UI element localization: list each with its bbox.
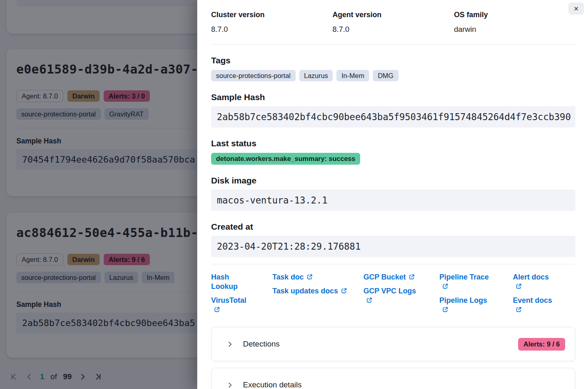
created-at-value: 2023-04-20T21:28:29.176881 bbox=[211, 236, 575, 257]
close-button[interactable]: × bbox=[568, 2, 584, 15]
link-label: Task doc bbox=[272, 273, 304, 281]
meta-os-family: OS family darwin bbox=[454, 11, 575, 34]
hash-lookup-link[interactable]: Hash Lookup bbox=[211, 273, 250, 291]
link-label: Alert docs bbox=[513, 273, 549, 281]
meta-row: Cluster version 8.7.0 Agent version 8.7.… bbox=[211, 11, 575, 34]
execution-details-label: Execution details bbox=[243, 380, 302, 389]
disk-image-value: macos-ventura-13.2.1 bbox=[211, 190, 575, 211]
link-label: Task updates docs bbox=[272, 287, 338, 295]
external-link-icon bbox=[442, 283, 448, 289]
chevron-right-icon bbox=[227, 382, 233, 388]
meta-value: 8.7.0 bbox=[211, 25, 332, 34]
created-at-heading: Created at bbox=[211, 222, 575, 232]
tag-pill: source-protections-portal bbox=[211, 70, 296, 81]
gcp-bucket-link[interactable]: GCP Bucket bbox=[363, 273, 423, 282]
external-link-icon bbox=[366, 297, 372, 303]
link-label: Event docs bbox=[513, 296, 552, 304]
sample-hash-value: 2ab58b7ce583402bf4cbc90bee643ba5f9503461… bbox=[211, 106, 575, 127]
link-label: VirusTotal bbox=[211, 296, 246, 304]
external-link-icon bbox=[442, 306, 448, 313]
virustotal-link[interactable]: VirusTotal bbox=[211, 296, 250, 315]
disk-image-heading: Disk image bbox=[211, 176, 575, 186]
gcp-vpc-logs-link[interactable]: GCP VPC Logs bbox=[363, 286, 423, 305]
tag-pill: Lazurus bbox=[299, 70, 333, 81]
external-link-icon bbox=[341, 288, 347, 294]
meta-label: OS family bbox=[454, 11, 575, 19]
meta-agent-version: Agent version 8.7.0 bbox=[332, 11, 454, 34]
task-updates-docs-link[interactable]: Task updates docs bbox=[272, 286, 350, 296]
chevron-right-icon bbox=[227, 341, 233, 347]
link-label: GCP VPC Logs bbox=[363, 287, 416, 295]
pipeline-logs-link[interactable]: Pipeline Logs bbox=[439, 296, 492, 315]
status-badge: detonate.workers.make_summary: success bbox=[211, 153, 360, 165]
alerts-badge: Alerts: 9 / 6 bbox=[518, 338, 565, 351]
execution-details-accordion[interactable]: Execution details bbox=[211, 368, 575, 389]
divider bbox=[211, 264, 575, 264]
detections-accordion[interactable]: Detections Alerts: 9 / 6 bbox=[211, 327, 575, 361]
tags-heading: Tags bbox=[211, 56, 575, 65]
external-link-icon bbox=[516, 306, 522, 313]
link-label: Hash Lookup bbox=[211, 273, 238, 291]
link-label: GCP Bucket bbox=[363, 273, 406, 281]
meta-cluster-version: Cluster version 8.7.0 bbox=[211, 11, 332, 34]
sample-hash-heading: Sample Hash bbox=[211, 92, 575, 102]
tag-pill: DMG bbox=[373, 70, 399, 81]
external-link-icon bbox=[214, 306, 220, 313]
tag-row: source-protections-portal Lazurus In-Mem… bbox=[211, 70, 575, 81]
links-column: GCP Bucket GCP VPC Logs bbox=[363, 273, 439, 315]
pipeline-trace-link[interactable]: Pipeline Trace bbox=[439, 273, 492, 291]
close-icon: × bbox=[574, 4, 579, 13]
last-status-heading: Last status bbox=[211, 139, 575, 148]
links-column: Task doc Task updates docs bbox=[272, 273, 363, 315]
link-label: Pipeline Logs bbox=[439, 296, 487, 304]
external-link-icon bbox=[409, 274, 415, 280]
external-link-icon bbox=[516, 283, 522, 289]
divider bbox=[211, 44, 575, 45]
external-link-icon bbox=[307, 274, 313, 280]
detections-label: Detections bbox=[243, 340, 280, 349]
links-section: Hash Lookup VirusTotal Task doc Task upd… bbox=[211, 273, 575, 315]
meta-label: Cluster version bbox=[211, 11, 332, 19]
meta-value: darwin bbox=[454, 25, 575, 34]
links-column: Hash Lookup VirusTotal bbox=[211, 273, 272, 315]
links-column: Pipeline Trace Pipeline Logs bbox=[439, 273, 513, 315]
alert-docs-link[interactable]: Alert docs bbox=[513, 273, 554, 291]
event-docs-link[interactable]: Event docs bbox=[513, 296, 554, 315]
cluster-details-modal: × Cluster version 8.7.0 Agent version 8.… bbox=[197, 0, 588, 389]
link-label: Pipeline Trace bbox=[439, 273, 489, 281]
tag-pill: In-Mem bbox=[336, 70, 369, 81]
task-doc-link[interactable]: Task doc bbox=[272, 273, 350, 282]
meta-label: Agent version bbox=[332, 11, 454, 19]
links-column: Alert docs Event docs bbox=[513, 273, 575, 315]
meta-value: 8.7.0 bbox=[332, 25, 454, 34]
